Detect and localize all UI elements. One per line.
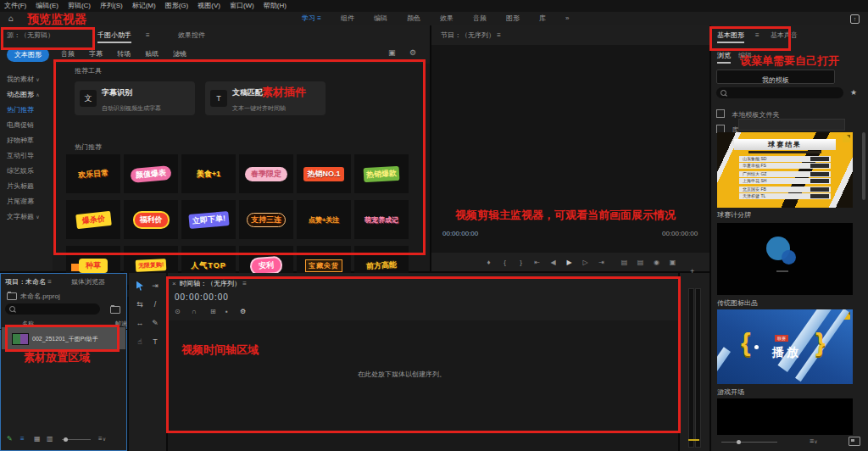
zoom-slider[interactable] [62,439,91,440]
home-icon[interactable]: ⌂ [8,14,14,23]
sidebar-item-credits[interactable]: 片尾谢幕 [7,197,34,206]
workspace-libraries[interactable]: 库 [539,15,546,22]
tab-subtitles[interactable]: 字幕 [89,51,103,58]
menu-sequence[interactable]: 序列(S) [100,3,123,9]
step-back-icon[interactable]: ◀ [545,259,561,266]
selection-tool[interactable] [134,280,146,292]
new-bin-icon[interactable] [110,306,120,314]
quick-export-icon[interactable]: ↑ [850,14,860,24]
sidebar-item-ecommerce[interactable]: 电商促销 [7,120,34,130]
new-layout-icon[interactable] [849,437,860,446]
tab-project[interactable]: 项目：未命名 ≡ [5,279,52,286]
sidebar-group-text-titles[interactable]: 文字标题 ∨ [7,212,40,221]
annotation-menu-note: 该菜单需要自己打开 [740,53,839,69]
sort-icon[interactable]: ≡∨ [810,437,818,445]
audio-meter-panel [680,273,709,451]
lift-icon[interactable]: ▤ [616,259,632,266]
sidebar-item-goods[interactable]: 好物种草 [7,136,34,145]
header-bar: ⌂ 学习 ≡ 组件 编辑 颜色 效果 音频 图形 库 » ↑ [0,12,868,25]
edit-pen-icon[interactable]: ✎ [7,436,13,443]
tab-media-browser[interactable]: 媒体浏览器 [71,279,105,286]
track-select-tool[interactable]: ⇥ [149,280,161,292]
search-icon [721,90,726,96]
sidebar-item-interaction[interactable]: 互动引导 [7,151,34,160]
team-row: 华夏幸福 FS [739,163,831,169]
sidebar-item-variety[interactable]: 综艺娱乐 [7,166,34,175]
menu-help[interactable]: 帮助(H) [264,3,287,9]
icon-view-icon[interactable]: ▦ [34,436,41,443]
project-file-name[interactable]: 未命名.prproj [20,293,60,300]
extract-icon[interactable]: ▤ [632,259,648,266]
annotation-box-plugin-area [53,59,426,255]
slider-knob[interactable] [737,440,741,444]
tab-qiantu-assistant[interactable]: 千图小助手 [97,32,131,43]
workspace-color[interactable]: 颜色 [407,15,420,22]
tab-filters[interactable]: 滤镜 [173,51,186,58]
ripple-edit-tool[interactable]: ⇆ [134,298,146,310]
panel-menu-icon[interactable]: ≡ [146,32,150,39]
project-file-icon [7,292,17,300]
sidebar-item-opening-titles[interactable]: 片头标题 [7,181,34,191]
template-thumb-game-opener[interactable]: { } 联赛 播放 [717,309,853,384]
menu-file[interactable]: 文件(F) [4,3,26,9]
tab-stickers[interactable]: 贴纸 [145,51,159,58]
annotation-program-note: 视频剪辑主监视器，可观看当前画面展示情况 [455,208,676,223]
checkbox-box [716,109,725,118]
mark-out-icon[interactable]: } [513,259,529,266]
template-search-input[interactable] [716,87,843,98]
template-thumb-logo[interactable] [717,223,853,295]
workspace-assembly[interactable]: 组件 [341,15,354,22]
add-marker-icon[interactable]: ♦ [481,259,497,266]
project-search-input[interactable] [5,303,100,315]
freeform-view-icon[interactable]: ▥ [47,436,53,443]
menu-clip[interactable]: 剪辑(C) [68,3,91,9]
scrollbar-thumb[interactable] [862,132,865,200]
slip-tool[interactable]: ↔ [134,317,146,329]
menu-graphics[interactable]: 图形(G) [165,3,189,9]
annotation-box-source-tab [1,27,95,50]
favorites-star-icon[interactable]: ★ [850,89,857,97]
go-to-out-icon[interactable]: ⇥ [593,259,609,266]
my-templates-dropdown[interactable]: 我的模板 [716,70,835,84]
comparison-view-icon[interactable]: ▣ [665,259,681,266]
workspace-effects[interactable]: 效果 [440,15,453,22]
template-thumb-partial[interactable] [717,398,853,435]
sidebar-group-my-materials[interactable]: 我的素材 ∨ [7,75,40,84]
thumbnail-size-slider[interactable] [721,442,777,443]
sort-icon[interactable]: ≡∨ [98,436,106,443]
feedback-icon[interactable]: ▣ [388,49,396,57]
program-monitor-panel: 节目：（无序列） ≡ 00:00:00:00 00:00:00:00 ♦ { }… [431,25,709,271]
gear-icon[interactable]: ⚙ [409,49,416,57]
tab-program-monitor[interactable]: 节目：（无序列） ≡ [441,32,501,39]
go-to-in-icon[interactable]: ⇤ [529,259,545,266]
workspace-editing[interactable]: 编辑 [374,15,387,22]
tab-effect-controls[interactable]: 效果控件 [178,32,205,39]
tab-transitions[interactable]: 转场 [117,51,131,58]
workspace-graphics[interactable]: 图形 [506,15,520,22]
subtab-browse[interactable]: 浏览 [717,53,731,64]
type-tool[interactable]: T [149,336,161,348]
list-view-icon[interactable]: ≡ [20,436,25,443]
hand-tool[interactable]: ☝ [134,336,146,348]
razor-tool[interactable]: / [149,298,161,310]
pen-tool[interactable]: ✎ [149,317,161,329]
menu-view[interactable]: 视图(V) [198,3,220,9]
step-forward-icon[interactable]: ▷ [577,259,593,266]
workspace-learning[interactable]: 学习 ≡ [302,15,321,22]
workspace-audio[interactable]: 音频 [473,15,487,22]
menu-markers[interactable]: 标记(M) [132,3,156,9]
workspace-overflow-chevron[interactable]: » [565,15,569,22]
logo-caption-bar [776,270,788,272]
menu-edit[interactable]: 编辑(E) [36,3,58,9]
export-frame-icon[interactable]: ◉ [648,259,665,266]
annotation-box-eg-tabs [709,26,791,51]
menu-window[interactable]: 窗口(W) [230,3,254,9]
play-icon[interactable]: ▶ [561,259,577,266]
mark-in-icon[interactable]: { [497,259,513,266]
slider-knob[interactable] [64,437,68,442]
sidebar-item-hot[interactable]: 热门推荐 [7,105,34,114]
tab-audio-assets[interactable]: 音频 [61,51,75,58]
sidebar-group-motion-graphics[interactable]: 动态图形 ∧ [7,90,40,99]
template-thumb-scoreboard[interactable]: 球赛结果 山东鲁能 SD 华夏幸福 FS 广州恒大 GZ 上海申花 SH 北京国… [717,132,853,208]
audio-meter-peak [688,439,699,441]
